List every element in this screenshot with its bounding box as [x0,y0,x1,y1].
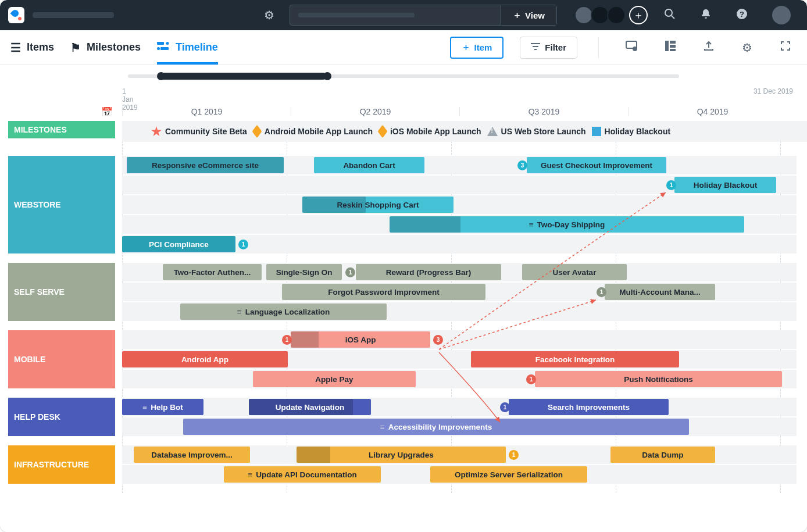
bell-icon[interactable] [700,8,712,23]
svg-rect-14 [670,41,676,44]
milestone-item[interactable]: ★Community Site Beta [151,124,247,138]
app-logo[interactable] [8,7,24,23]
milestone-item[interactable]: Android Mobile App Launch [253,127,373,136]
timeline-bar[interactable]: PCI Compliance [122,236,235,252]
list-icon: ☰ [10,41,21,55]
timeline-row: Reskin Shopping Cart [122,195,797,214]
search-icon[interactable] [664,8,676,23]
slider-track [128,74,679,78]
timeline-row: Apple PayPush Notifications1 [122,370,797,388]
svg-rect-15 [670,45,676,48]
timeline-bar[interactable]: Apple Pay [253,371,416,387]
quarter-label: Q2 2019 [291,107,459,116]
dependency-badge[interactable]: 1 [509,450,519,460]
profile-avatar[interactable] [772,6,791,24]
lane-label[interactable]: INFRASTRUCTURE [8,445,115,484]
timeline-bar[interactable]: Update API Documentation [224,466,381,483]
bar-label: iOS App [345,335,376,344]
dependency-badge[interactable]: 1 [666,180,676,190]
dependency-badge[interactable]: 3 [433,335,443,345]
svg-text:?: ? [740,10,744,19]
date-range-labels: 1 Jan 2019 31 Dec 2019 [0,87,807,102]
timeline-bar[interactable]: Multi-Account Mana... [605,284,715,300]
timeline-bar[interactable]: Holiday Blackout [674,177,776,193]
timeline-lanes: MILESTONES★Community Site BetaAndroid Mo… [0,121,807,493]
range-end: 31 Dec 2019 [754,87,807,102]
slider-handle-right[interactable] [323,72,331,80]
timeline-bar[interactable]: Push Notifications [535,371,782,387]
gear-icon[interactable]: ⚙ [264,8,274,22]
bar-label: Search Improvements [548,403,630,412]
export-icon[interactable] [704,41,714,54]
date-range-slider[interactable] [0,65,807,87]
bar-label: Facebook Integration [535,355,615,364]
timeline-bar[interactable]: Responsive eCommerce site [127,157,284,173]
timeline-bar[interactable]: Single-Sign On [266,264,342,280]
gear-icon[interactable]: ⚙ [742,41,752,55]
dependency-badge[interactable]: 1 [500,402,510,412]
slider-handle-left[interactable] [157,72,165,80]
bar-label: Reward (Progress Bar) [386,268,471,277]
timeline-bar[interactable]: Data Dump [610,447,715,463]
add-item-button[interactable]: ＋Item [450,37,504,59]
timeline-bar[interactable]: Language Localization [180,304,387,320]
tab-items[interactable]: ☰ Items [10,30,54,65]
milestone-item[interactable]: iOS Mobile App Launch [378,127,481,136]
timeline-bar[interactable]: iOS App [291,331,430,348]
timeline-bar[interactable]: Abandon Cart [314,157,424,173]
diamond-icon [252,125,262,138]
timeline-bar[interactable]: Reward (Progress Bar) [356,264,501,280]
timeline-bar[interactable]: Accessibility Improvements [183,419,689,435]
timeline-bar[interactable]: Reskin Shopping Cart [302,197,454,213]
timeline-bar[interactable]: Guest Checkout Improvement [527,157,666,173]
dependency-badge[interactable]: 3 [517,160,527,170]
timeline-row: Android AppFacebook Integration [122,350,797,369]
tab-milestones[interactable]: ⚑ Milestones [70,30,141,65]
lane-label[interactable]: HELP DESK [8,398,115,436]
dependency-badge[interactable]: 1 [282,335,292,345]
timeline-bar[interactable]: User Avatar [522,264,627,280]
dependency-badge[interactable]: 1 [597,287,606,297]
add-collaborator-button[interactable]: ＋ [629,6,648,24]
layout-icon[interactable] [665,41,676,54]
filter-icon [531,42,540,52]
milestones-row: ★Community Site BetaAndroid Mobile App L… [122,121,807,142]
bar-label: Apple Pay [315,375,353,384]
timeline-bar[interactable]: Database Improvem... [134,447,250,463]
timeline-bar[interactable]: Optimize Server Serialization [430,466,587,483]
milestone-item[interactable]: US Web Store Launch [487,127,586,136]
timeline-bar[interactable]: Update Navigation [249,399,371,415]
filter-button[interactable]: Filter [520,37,577,59]
timeline-bar[interactable]: Two-Factor Authen... [163,264,262,280]
bar-label: Push Notifications [624,375,693,384]
lane-label[interactable]: MOBILE [8,330,115,388]
collaborator-avatars: ＋ [577,6,648,24]
calendar-settings-icon[interactable]: 📅 [101,106,113,117]
dependency-badge[interactable]: 1 [238,240,248,249]
milestone-label: Android Mobile App Launch [265,127,373,136]
lane-label[interactable]: SELF SERVE [8,263,115,321]
avatar[interactable] [607,6,626,24]
timeline-bar[interactable]: Two-Day Shipping [390,216,744,233]
bar-label: Guest Checkout Improvement [541,161,652,170]
bar-label: Single-Sign On [276,268,333,277]
timeline-bar[interactable]: Search Improvements [509,399,669,415]
dependency-badge[interactable]: 1 [526,374,536,384]
timeline-bar[interactable]: Facebook Integration [471,351,679,367]
timeline-row: Responsive eCommerce siteAbandon CartGue… [122,156,797,174]
search-or-path-bar[interactable]: ＋View [290,5,557,26]
timeline-bar[interactable]: Library Upgrades [297,447,506,463]
help-icon[interactable]: ? [736,8,748,23]
tab-timeline[interactable]: Timeline [157,30,218,65]
link-icon[interactable] [626,41,637,54]
lane-label[interactable]: WEBSTORE [8,156,115,253]
timeline-bar[interactable]: Android App [122,351,288,367]
milestone-item[interactable]: Holiday Blackout [592,127,671,136]
dependency-badge[interactable]: 1 [345,267,355,277]
bar-label: Update API Documentation [248,470,356,479]
slider-range[interactable] [158,73,327,80]
timeline-bar[interactable]: Help Bot [122,399,203,415]
view-button[interactable]: ＋View [501,5,556,25]
timeline-bar[interactable]: Forgot Password Improvment [282,284,485,300]
fullscreen-icon[interactable] [780,41,791,54]
